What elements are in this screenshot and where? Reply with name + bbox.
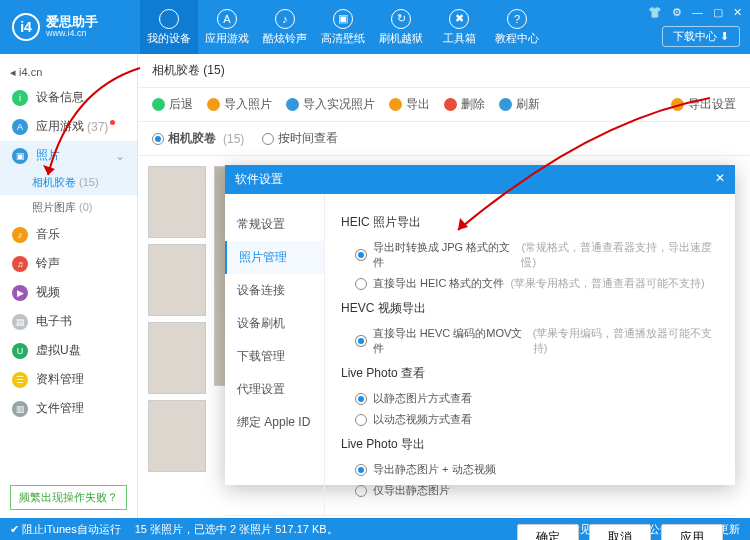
view-by-time[interactable]: 按时间查看 bbox=[262, 130, 338, 147]
export-icon bbox=[389, 98, 402, 111]
settings-icon[interactable]: ⚙ bbox=[672, 6, 682, 19]
top-nav: 我的设备 A应用游戏 ♪酷炫铃声 ▣高清壁纸 ↻刷机越狱 ✖工具箱 ?教程中心 bbox=[140, 0, 546, 54]
heic-opt-jpg[interactable]: 导出时转换成 JPG 格式的文件(常规格式，普通查看器支持，导出速度慢) bbox=[341, 237, 719, 273]
sidebar-ebooks[interactable]: ▤电子书 bbox=[0, 307, 137, 336]
settings-tab-device-connect[interactable]: 设备连接 bbox=[225, 274, 324, 307]
nav-wallpapers[interactable]: ▣高清壁纸 bbox=[314, 0, 372, 54]
delete-button[interactable]: 删除 bbox=[444, 96, 485, 113]
app-header: i4 爱思助手 www.i4.cn 我的设备 A应用游戏 ♪酷炫铃声 ▣高清壁纸… bbox=[0, 0, 750, 54]
refresh-button[interactable]: 刷新 bbox=[499, 96, 540, 113]
folder-icon: ▥ bbox=[12, 401, 28, 417]
delete-icon bbox=[444, 98, 457, 111]
modal-close-button[interactable]: ✕ bbox=[715, 171, 725, 188]
export-settings-button[interactable]: 导出设置 bbox=[671, 96, 736, 113]
ok-button[interactable]: 确定 bbox=[517, 524, 579, 540]
profile-icon: ☰ bbox=[12, 372, 28, 388]
sidebar-ringtones[interactable]: ♬铃声 bbox=[0, 249, 137, 278]
nav-apps[interactable]: A应用游戏 bbox=[198, 0, 256, 54]
bell-icon: ♬ bbox=[12, 256, 28, 272]
radio-on-icon bbox=[355, 464, 367, 476]
nav-jailbreak[interactable]: ↻刷机越狱 bbox=[372, 0, 430, 54]
nav-tutorials[interactable]: ?教程中心 bbox=[488, 0, 546, 54]
heic-opt-heic[interactable]: 直接导出 HEIC 格式的文件(苹果专用格式，普通查看器可能不支持) bbox=[341, 273, 719, 294]
settings-modal: 软件设置 ✕ 常规设置 照片管理 设备连接 设备刷机 下载管理 代理设置 绑定 … bbox=[225, 165, 735, 485]
sidebar-photo-library[interactable]: 照片图库(0) bbox=[0, 195, 137, 220]
import-live-button[interactable]: 导入实况照片 bbox=[286, 96, 375, 113]
export-button[interactable]: 导出 bbox=[389, 96, 430, 113]
photo-thumbnail[interactable] bbox=[148, 166, 206, 238]
refresh-icon bbox=[499, 98, 512, 111]
sidebar-camera-roll[interactable]: 相机胶卷(15) bbox=[0, 170, 137, 195]
settings-tab-proxy[interactable]: 代理设置 bbox=[225, 373, 324, 406]
gear-icon bbox=[671, 98, 684, 111]
nav-ringtones[interactable]: ♪酷炫铃声 bbox=[256, 0, 314, 54]
appstore-icon: A bbox=[217, 9, 237, 29]
skin-icon[interactable]: 👕 bbox=[648, 6, 662, 19]
hevc-opt-direct[interactable]: 直接导出 HEVC 编码的MOV文件(苹果专用编码，普通播放器可能不支持) bbox=[341, 323, 719, 359]
sidebar-video[interactable]: ▶视频 bbox=[0, 278, 137, 307]
photo-thumbnail[interactable] bbox=[148, 244, 206, 316]
radio-on-icon bbox=[152, 133, 164, 145]
sidebar-data[interactable]: ☰资料管理 bbox=[0, 365, 137, 394]
apply-button[interactable]: 应用 bbox=[661, 524, 723, 540]
import-live-icon bbox=[286, 98, 299, 111]
live-view-section-title: Live Photo 查看 bbox=[341, 365, 719, 382]
video-icon: ▶ bbox=[12, 285, 28, 301]
settings-tab-general[interactable]: 常规设置 bbox=[225, 208, 324, 241]
live-export-opt-static[interactable]: 仅导出静态图片 bbox=[341, 480, 719, 501]
modal-sidebar: 常规设置 照片管理 设备连接 设备刷机 下载管理 代理设置 绑定 Apple I… bbox=[225, 194, 325, 515]
sidebar-music[interactable]: ♪音乐 bbox=[0, 220, 137, 249]
toolbar: 后退 导入照片 导入实况照片 导出 删除 刷新 导出设置 bbox=[138, 88, 750, 122]
app-name: 爱思助手 bbox=[46, 15, 98, 29]
logo: i4 爱思助手 www.i4.cn bbox=[0, 13, 140, 41]
modal-title: 软件设置 bbox=[235, 171, 283, 188]
radio-off-icon bbox=[355, 414, 367, 426]
sidebar-device-info[interactable]: i设备信息 bbox=[0, 83, 137, 112]
live-export-opt-both[interactable]: 导出静态图片 + 动态视频 bbox=[341, 459, 719, 480]
tools-icon: ✖ bbox=[449, 9, 469, 29]
itunes-toggle[interactable]: ✔ 阻止iTunes自动运行 bbox=[10, 522, 121, 537]
nav-my-device[interactable]: 我的设备 bbox=[140, 0, 198, 54]
window-controls: 👕 ⚙ — ▢ ✕ bbox=[648, 6, 742, 19]
brush-icon: ↻ bbox=[391, 9, 411, 29]
sidebar-files[interactable]: ▥文件管理 bbox=[0, 394, 137, 423]
badge-dot bbox=[110, 120, 115, 125]
sidebar-udisk[interactable]: U虚拟U盘 bbox=[0, 336, 137, 365]
import-icon bbox=[207, 98, 220, 111]
photos-icon: ▣ bbox=[12, 148, 28, 164]
view-camera-roll[interactable]: 相机胶卷(15) bbox=[152, 130, 244, 147]
app-url: www.i4.cn bbox=[46, 29, 98, 39]
sidebar-apps[interactable]: A应用游戏(37) bbox=[0, 112, 137, 141]
import-button[interactable]: 导入照片 bbox=[207, 96, 272, 113]
help-link[interactable]: 频繁出现操作失败？ bbox=[10, 485, 127, 510]
settings-tab-device-flash[interactable]: 设备刷机 bbox=[225, 307, 324, 340]
apple-icon bbox=[159, 9, 179, 29]
chevron-down-icon: ⌄ bbox=[115, 149, 125, 163]
live-view-opt-static[interactable]: 以静态图片方式查看 bbox=[341, 388, 719, 409]
maximize-icon[interactable]: ▢ bbox=[713, 6, 723, 19]
close-icon[interactable]: ✕ bbox=[733, 6, 742, 19]
download-center-button[interactable]: 下载中心 ⬇ bbox=[662, 26, 740, 47]
live-view-opt-video[interactable]: 以动态视频方式查看 bbox=[341, 409, 719, 430]
back-button[interactable]: 后退 bbox=[152, 96, 193, 113]
help-icon: ? bbox=[507, 9, 527, 29]
sidebar-photos[interactable]: ▣照片⌄ bbox=[0, 141, 137, 170]
photo-thumbnail[interactable] bbox=[148, 322, 206, 394]
info-icon: i bbox=[12, 90, 28, 106]
photo-thumbnail[interactable] bbox=[148, 400, 206, 472]
cancel-button[interactable]: 取消 bbox=[589, 524, 651, 540]
back-icon bbox=[152, 98, 165, 111]
music-icon: ♪ bbox=[12, 227, 28, 243]
nav-toolbox[interactable]: ✖工具箱 bbox=[430, 0, 488, 54]
settings-tab-download[interactable]: 下载管理 bbox=[225, 340, 324, 373]
breadcrumb[interactable]: ◂ i4.cn bbox=[0, 62, 137, 83]
settings-tab-photo[interactable]: 照片管理 bbox=[225, 241, 324, 274]
modal-footer: 确定 取消 应用 bbox=[225, 515, 735, 540]
settings-tab-appleid[interactable]: 绑定 Apple ID bbox=[225, 406, 324, 439]
minimize-icon[interactable]: — bbox=[692, 6, 703, 19]
radio-on-icon bbox=[355, 393, 367, 405]
image-icon: ▣ bbox=[333, 9, 353, 29]
radio-off-icon bbox=[262, 133, 274, 145]
radio-on-icon bbox=[355, 335, 367, 347]
radio-off-icon bbox=[355, 278, 367, 290]
